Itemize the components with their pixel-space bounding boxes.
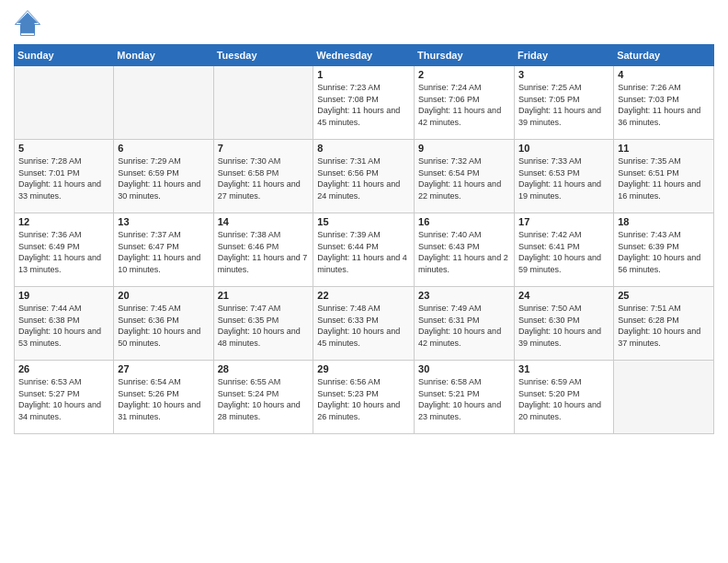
calendar-cell: 13Sunrise: 7:37 AMSunset: 6:47 PMDayligh… (114, 213, 213, 287)
calendar-cell: 20Sunrise: 7:45 AMSunset: 6:36 PMDayligh… (114, 287, 213, 361)
calendar-cell (614, 361, 714, 434)
calendar-cell: 11Sunrise: 7:35 AMSunset: 6:51 PMDayligh… (614, 140, 714, 213)
calendar-cell: 23Sunrise: 7:49 AMSunset: 6:31 PMDayligh… (415, 287, 515, 361)
day-info: Sunrise: 6:59 AMSunset: 5:20 PMDaylight:… (518, 376, 609, 422)
calendar-cell: 15Sunrise: 7:39 AMSunset: 6:44 PMDayligh… (313, 213, 415, 287)
day-number: 26 (18, 363, 109, 374)
day-info: Sunrise: 7:37 AMSunset: 6:47 PMDaylight:… (118, 229, 209, 275)
day-number: 2 (418, 69, 510, 80)
day-info: Sunrise: 7:43 AMSunset: 6:39 PMDaylight:… (618, 229, 710, 275)
calendar-cell: 29Sunrise: 6:56 AMSunset: 5:23 PMDayligh… (313, 361, 415, 434)
day-number: 6 (118, 143, 209, 154)
day-info: Sunrise: 7:51 AMSunset: 6:28 PMDaylight:… (618, 303, 710, 349)
calendar-cell: 8Sunrise: 7:31 AMSunset: 6:56 PMDaylight… (313, 140, 415, 213)
day-info: Sunrise: 7:31 AMSunset: 6:56 PMDaylight:… (317, 155, 410, 201)
day-info: Sunrise: 6:58 AMSunset: 5:21 PMDaylight:… (418, 376, 510, 422)
calendar-cell: 30Sunrise: 6:58 AMSunset: 5:21 PMDayligh… (415, 361, 515, 434)
day-number: 30 (418, 363, 510, 374)
weekday-header-tuesday: Tuesday (213, 45, 313, 66)
day-number: 8 (317, 143, 410, 154)
calendar-cell: 24Sunrise: 7:50 AMSunset: 6:30 PMDayligh… (515, 287, 614, 361)
day-info: Sunrise: 7:49 AMSunset: 6:31 PMDaylight:… (418, 303, 510, 349)
week-row-4: 19Sunrise: 7:44 AMSunset: 6:38 PMDayligh… (15, 287, 714, 361)
calendar-cell: 1Sunrise: 7:23 AMSunset: 7:08 PMDaylight… (313, 66, 415, 140)
calendar-cell (15, 66, 114, 140)
day-number: 21 (218, 290, 310, 301)
day-number: 29 (317, 363, 410, 374)
calendar-cell: 14Sunrise: 7:38 AMSunset: 6:46 PMDayligh… (213, 213, 313, 287)
calendar-cell: 12Sunrise: 7:36 AMSunset: 6:49 PMDayligh… (15, 213, 114, 287)
calendar-cell: 3Sunrise: 7:25 AMSunset: 7:05 PMDaylight… (515, 66, 614, 140)
calendar-cell: 2Sunrise: 7:24 AMSunset: 7:06 PMDaylight… (415, 66, 515, 140)
day-number: 20 (118, 290, 209, 301)
calendar-cell (114, 66, 213, 140)
day-number: 16 (418, 216, 510, 227)
calendar-cell: 16Sunrise: 7:40 AMSunset: 6:43 PMDayligh… (415, 213, 515, 287)
calendar-page: SundayMondayTuesdayWednesdayThursdayFrid… (0, 0, 728, 563)
day-number: 23 (418, 290, 510, 301)
calendar-cell: 31Sunrise: 6:59 AMSunset: 5:20 PMDayligh… (515, 361, 614, 434)
day-info: Sunrise: 7:50 AMSunset: 6:30 PMDaylight:… (518, 303, 609, 349)
calendar-cell: 28Sunrise: 6:55 AMSunset: 5:24 PMDayligh… (213, 361, 313, 434)
day-info: Sunrise: 6:55 AMSunset: 5:24 PMDaylight:… (218, 376, 310, 422)
day-number: 5 (18, 143, 109, 154)
day-number: 10 (518, 143, 609, 154)
day-info: Sunrise: 7:45 AMSunset: 6:36 PMDaylight:… (118, 303, 209, 349)
day-number: 15 (317, 216, 410, 227)
day-number: 31 (518, 363, 609, 374)
day-info: Sunrise: 7:39 AMSunset: 6:44 PMDaylight:… (317, 229, 410, 275)
day-info: Sunrise: 7:36 AMSunset: 6:49 PMDaylight:… (18, 229, 109, 275)
day-number: 4 (618, 69, 710, 80)
day-info: Sunrise: 7:29 AMSunset: 6:59 PMDaylight:… (118, 155, 209, 201)
week-row-5: 26Sunrise: 6:53 AMSunset: 5:27 PMDayligh… (15, 361, 714, 434)
day-info: Sunrise: 6:53 AMSunset: 5:27 PMDaylight:… (18, 376, 109, 422)
day-number: 22 (317, 290, 410, 301)
day-info: Sunrise: 7:44 AMSunset: 6:38 PMDaylight:… (18, 303, 109, 349)
day-number: 18 (618, 216, 710, 227)
day-info: Sunrise: 7:35 AMSunset: 6:51 PMDaylight:… (618, 155, 710, 201)
logo (14, 9, 45, 37)
weekday-header-thursday: Thursday (415, 45, 515, 66)
calendar-cell: 17Sunrise: 7:42 AMSunset: 6:41 PMDayligh… (515, 213, 614, 287)
logo-icon (14, 9, 41, 37)
calendar-cell: 22Sunrise: 7:48 AMSunset: 6:33 PMDayligh… (313, 287, 415, 361)
calendar-cell: 21Sunrise: 7:47 AMSunset: 6:35 PMDayligh… (213, 287, 313, 361)
day-info: Sunrise: 6:56 AMSunset: 5:23 PMDaylight:… (317, 376, 410, 422)
day-info: Sunrise: 7:23 AMSunset: 7:08 PMDaylight:… (317, 82, 410, 128)
weekday-header-friday: Friday (515, 45, 614, 66)
day-info: Sunrise: 7:30 AMSunset: 6:58 PMDaylight:… (218, 155, 310, 201)
day-number: 24 (518, 290, 609, 301)
day-info: Sunrise: 6:54 AMSunset: 5:26 PMDaylight:… (118, 376, 209, 422)
calendar-cell: 10Sunrise: 7:33 AMSunset: 6:53 PMDayligh… (515, 140, 614, 213)
day-number: 3 (518, 69, 609, 80)
day-info: Sunrise: 7:42 AMSunset: 6:41 PMDaylight:… (518, 229, 609, 275)
day-info: Sunrise: 7:32 AMSunset: 6:54 PMDaylight:… (418, 155, 510, 201)
calendar-cell: 4Sunrise: 7:26 AMSunset: 7:03 PMDaylight… (614, 66, 714, 140)
day-info: Sunrise: 7:25 AMSunset: 7:05 PMDaylight:… (518, 82, 609, 128)
day-number: 17 (518, 216, 609, 227)
calendar-cell: 5Sunrise: 7:28 AMSunset: 7:01 PMDaylight… (15, 140, 114, 213)
day-info: Sunrise: 7:38 AMSunset: 6:46 PMDaylight:… (218, 229, 310, 275)
day-info: Sunrise: 7:47 AMSunset: 6:35 PMDaylight:… (218, 303, 310, 349)
day-number: 11 (618, 143, 710, 154)
day-info: Sunrise: 7:33 AMSunset: 6:53 PMDaylight:… (518, 155, 609, 201)
weekday-header-row: SundayMondayTuesdayWednesdayThursdayFrid… (15, 45, 714, 66)
calendar-cell: 25Sunrise: 7:51 AMSunset: 6:28 PMDayligh… (614, 287, 714, 361)
day-info: Sunrise: 7:48 AMSunset: 6:33 PMDaylight:… (317, 303, 410, 349)
day-number: 1 (317, 69, 410, 80)
weekday-header-sunday: Sunday (15, 45, 114, 66)
day-number: 13 (118, 216, 209, 227)
week-row-3: 12Sunrise: 7:36 AMSunset: 6:49 PMDayligh… (15, 213, 714, 287)
day-number: 7 (218, 143, 310, 154)
week-row-1: 1Sunrise: 7:23 AMSunset: 7:08 PMDaylight… (15, 66, 714, 140)
day-info: Sunrise: 7:40 AMSunset: 6:43 PMDaylight:… (418, 229, 510, 275)
calendar-cell: 18Sunrise: 7:43 AMSunset: 6:39 PMDayligh… (614, 213, 714, 287)
calendar-cell: 27Sunrise: 6:54 AMSunset: 5:26 PMDayligh… (114, 361, 213, 434)
day-info: Sunrise: 7:26 AMSunset: 7:03 PMDaylight:… (618, 82, 710, 128)
day-info: Sunrise: 7:28 AMSunset: 7:01 PMDaylight:… (18, 155, 109, 201)
day-number: 27 (118, 363, 209, 374)
day-number: 28 (218, 363, 310, 374)
weekday-header-saturday: Saturday (614, 45, 714, 66)
day-number: 12 (18, 216, 109, 227)
calendar-cell: 6Sunrise: 7:29 AMSunset: 6:59 PMDaylight… (114, 140, 213, 213)
